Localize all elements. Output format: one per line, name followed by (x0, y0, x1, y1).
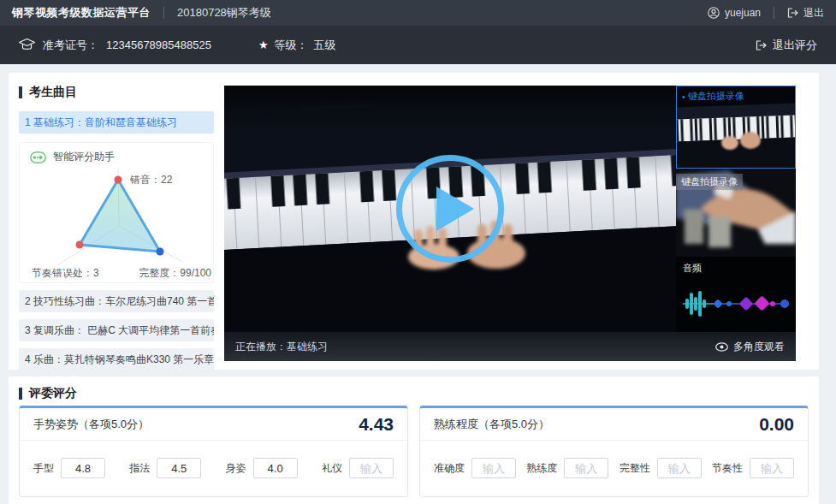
radar-dot-wrong-notes (115, 176, 122, 184)
smart-assistant-icon (30, 151, 46, 163)
card-total-score: 4.43 (359, 414, 394, 435)
admission-label: 准考证号： (43, 38, 98, 53)
judge-scoring-panel: 评委评分 手势姿势（各项5.0分） 4.43 手型 指法 身姿 (9, 377, 819, 504)
star-icon: ★ (258, 39, 269, 51)
camera-panel-keyboard-top[interactable]: • 键盘拍摄录像 (676, 86, 796, 169)
title-accent-bar (19, 388, 22, 400)
card-total-score: 0.00 (759, 414, 794, 435)
radar-area (80, 180, 160, 252)
player-control-bar: 正在播放：基础练习 多角度观看 (224, 332, 796, 361)
level-label: 等级： (275, 38, 308, 53)
field-label: 熟练度 (526, 461, 557, 476)
session-title: 20180728钢琴考级 (177, 5, 271, 21)
score-fields: 手型 指法 身姿 礼仪 (20, 441, 407, 495)
camera1-label: 键盘拍摄录像 (688, 90, 744, 103)
logout-button[interactable]: 退出 (787, 6, 824, 21)
camera-panel-keyboard-side[interactable]: 键盘拍摄录像 (676, 169, 796, 257)
admission-number: 12345678985488525 (106, 39, 211, 51)
exam-info-bar: 准考证号： 12345678985488525 ★ 等级： 五级 退出评分 (0, 26, 836, 64)
radar-dot-rhythm-errors (76, 241, 84, 249)
logout-icon (787, 8, 798, 18)
exit-grading-button[interactable]: 退出评分 (756, 38, 817, 53)
card-header: 手势姿势（各项5.0分） 4.43 (20, 408, 407, 441)
etiquette-input[interactable] (349, 458, 394, 478)
score-card-gesture-posture: 手势姿势（各项5.0分） 4.43 手型 指法 身姿 礼仪 (19, 406, 408, 497)
field-label: 身姿 (226, 461, 246, 476)
radar-label-wrong-notes: 错音：22 (129, 174, 173, 186)
radar-label-rhythm-errors: 节奏错误处：3 (32, 267, 99, 279)
field-label: 完整性 (620, 461, 650, 476)
card-title: 手势姿势（各项5.0分） (33, 417, 149, 432)
track-item-3[interactable]: 3 复调乐曲： 巴赫C 大调平均律第一首前奏曲 (19, 319, 214, 341)
integrity-input[interactable] (657, 458, 702, 478)
card-title: 熟练程度（各项5.0分） (434, 417, 549, 432)
audio-panel[interactable]: 音频 (676, 257, 796, 332)
logout-icon (756, 40, 767, 50)
track-item-4[interactable]: 4 乐曲：莫扎特钢琴奏鸣曲K330 第一乐章 (19, 348, 214, 371)
camera2-label: 键盘拍摄录像 (676, 174, 743, 190)
field-accuracy: 准确度 (434, 458, 516, 478)
field-label: 手型 (33, 461, 54, 476)
play-button[interactable] (396, 155, 504, 263)
field-fingering: 指法 (129, 458, 201, 478)
user-menu[interactable]: yuejuan (708, 7, 761, 19)
accuracy-input[interactable] (471, 458, 516, 478)
play-triangle-icon (436, 187, 474, 231)
top-navbar: 钢琴视频考级数据运营平台 20180728钢琴考级 yuejuan 退出 (0, 0, 836, 26)
multi-angle-button[interactable]: 多角度观看 (715, 340, 785, 354)
field-label: 指法 (129, 461, 150, 476)
logout-label: 退出 (803, 6, 824, 21)
exam-main-panel: 考生曲目 1 基础练习：音阶和琶音基础练习 智能评分助手 (9, 73, 819, 370)
card-header: 熟练程度（各项5.0分） 0.00 (420, 408, 808, 441)
active-bullet: • (682, 92, 685, 102)
fingering-input[interactable] (157, 458, 201, 478)
field-label: 节奏性 (712, 461, 743, 476)
assistant-header: 智能评分助手 (20, 150, 213, 164)
main-video-player[interactable] (224, 86, 676, 332)
video-region: • 键盘拍摄录像 键盘 (224, 86, 796, 361)
radar-label-completeness: 完整度：99/100 (139, 267, 211, 279)
track-item-1[interactable]: 1 基础练习：音阶和琶音基础练习 (19, 111, 214, 133)
user-icon (708, 7, 720, 19)
level-value: 五级 (314, 38, 336, 53)
score-cards: 手势姿势（各项5.0分） 4.43 手型 指法 身姿 礼仪 (19, 406, 809, 497)
field-proficiency: 熟练度 (526, 458, 608, 478)
field-etiquette: 礼仪 (322, 458, 394, 478)
track-item-2[interactable]: 2 技巧性练习曲：车尔尼练习曲740 第一首 (19, 290, 214, 312)
app-title: 钢琴视频考级数据运营平台 (12, 5, 151, 21)
username: yuejuan (725, 7, 761, 19)
posture-input[interactable] (253, 458, 298, 478)
field-hand-shape: 手型 (33, 458, 105, 478)
exit-grading-label: 退出评分 (773, 38, 817, 53)
rhythm-input[interactable] (750, 458, 794, 478)
divider (163, 7, 164, 19)
playlist-title-row: 考生曲目 (19, 85, 214, 100)
field-integrity: 完整性 (620, 458, 702, 478)
camera1-label-row: • 键盘拍摄录像 (682, 90, 744, 103)
multi-angle-label: 多角度观看 (733, 340, 785, 354)
now-playing-text: 正在播放：基础练习 (235, 340, 328, 354)
field-posture: 身姿 (226, 458, 298, 478)
field-label: 礼仪 (322, 461, 342, 476)
hand-shape-input[interactable] (61, 458, 105, 478)
camera-side-panels: • 键盘拍摄录像 键盘 (676, 86, 796, 332)
playlist-title: 考生曲目 (29, 85, 77, 100)
title-accent-bar (19, 86, 22, 98)
radar-dot-completeness (157, 248, 164, 256)
field-label: 准确度 (434, 461, 465, 476)
radar-chart: 错音：22 节奏错误处：3 完整度：99/100 (20, 166, 215, 281)
eye-icon (715, 342, 728, 352)
graduation-cap-icon (19, 39, 35, 51)
judge-scoring-title: 评委评分 (29, 386, 77, 401)
divider (774, 7, 774, 19)
audio-label: 音频 (683, 262, 702, 275)
judge-title-row: 评委评分 (19, 386, 77, 401)
score-card-proficiency: 熟练程度（各项5.0分） 0.00 准确度 熟练度 完整性 节奏性 (419, 406, 809, 497)
proficiency-input[interactable] (564, 458, 608, 478)
score-fields: 准确度 熟练度 完整性 节奏性 (420, 441, 808, 495)
assistant-label: 智能评分助手 (53, 150, 115, 164)
ai-score-assistant: 智能评分助手 错音：22 节奏错误处：3 完整度： (19, 142, 214, 283)
field-rhythm: 节奏性 (712, 458, 794, 478)
candidate-track-list: 考生曲目 1 基础练习：音阶和琶音基础练习 智能评分助手 (19, 85, 214, 371)
